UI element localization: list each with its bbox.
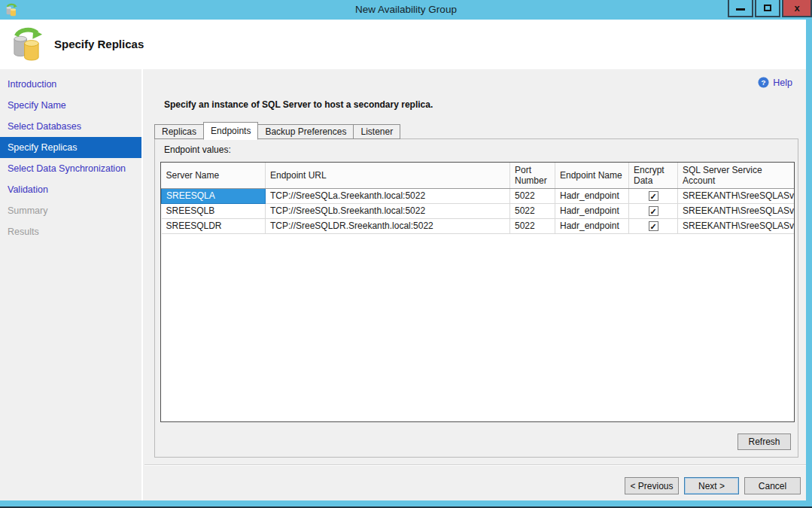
cell-endpoint-name[interactable]: Hadr_endpoint [555, 218, 629, 233]
grid-header-row: Server Name Endpoint URL Port Number End… [162, 163, 795, 188]
cell-encrypt-data: ✓ [629, 188, 678, 203]
cell-endpoint-url[interactable]: TCP://SreeSQLa.Sreekanth.local:5022 [266, 188, 510, 203]
sidebar-item-results: Results [0, 221, 141, 242]
wizard-page-content: ? Help Specify an instance of SQL Server… [144, 69, 806, 500]
help-icon: ? [758, 77, 769, 88]
help-link[interactable]: ? Help [758, 77, 792, 88]
close-icon: x [794, 2, 799, 14]
cell-service-account[interactable]: SREEKANTH\SreeSQLASvc [678, 188, 795, 203]
cell-service-account[interactable]: SREEKANTH\SreeSQLASvc [678, 218, 795, 233]
encrypt-data-checkbox[interactable]: ✓ [649, 191, 658, 201]
tab-listener[interactable]: Listener [353, 124, 400, 139]
cell-endpoint-name[interactable]: Hadr_endpoint [555, 188, 629, 203]
table-row[interactable]: SREESQLA TCP://SreeSQLa.Sreekanth.local:… [162, 188, 795, 203]
cell-server-name[interactable]: SREESQLDR [162, 218, 266, 233]
cancel-button[interactable]: Cancel [744, 477, 801, 494]
endpoints-tab-panel: Endpoint values: Server Name Endpoint UR… [154, 138, 798, 458]
window-body: Specify Replicas Introduction Specify Na… [0, 20, 806, 500]
column-header-endpoint-url: Endpoint URL [266, 163, 510, 188]
column-header-endpoint-name: Endpoint Name [555, 163, 629, 188]
cell-port-number[interactable]: 5022 [510, 188, 555, 203]
page-title: Specify Replicas [54, 20, 144, 69]
tab-replicas[interactable]: Replicas [154, 124, 204, 139]
column-header-encrypt-data: Encrypt Data [629, 163, 678, 188]
maximize-icon [764, 5, 771, 11]
endpoints-grid: Server Name Endpoint URL Port Number End… [160, 162, 795, 422]
encrypt-data-checkbox[interactable]: ✓ [649, 221, 658, 231]
sidebar-item-specify-replicas[interactable]: Specify Replicas [0, 137, 141, 158]
wizard-steps-sidebar: Introduction Specify Name Select Databas… [0, 69, 143, 500]
minimize-icon [736, 8, 745, 11]
svg-text:?: ? [762, 78, 766, 87]
column-header-server-name: Server Name [162, 163, 266, 188]
column-header-port-number: Port Number [510, 163, 555, 188]
sidebar-item-introduction[interactable]: Introduction [0, 74, 141, 95]
cell-server-name[interactable]: SREESQLA [162, 188, 266, 203]
maximize-button[interactable] [755, 0, 780, 17]
sidebar-item-validation[interactable]: Validation [0, 179, 141, 200]
sidebar-item-specify-name[interactable]: Specify Name [0, 95, 141, 116]
replicas-database-icon [9, 26, 44, 65]
sidebar-item-select-data-synchronization[interactable]: Select Data Synchronization [0, 158, 141, 179]
column-header-service-account: SQL Server Service Account [678, 163, 795, 188]
cell-server-name[interactable]: SREESQLB [162, 203, 266, 218]
cell-endpoint-url[interactable]: TCP://SreeSQLDR.Sreekanth.local:5022 [266, 218, 510, 233]
previous-button[interactable]: < Previous [625, 477, 679, 494]
tab-endpoints[interactable]: Endpoints [203, 122, 258, 140]
sidebar-item-select-databases[interactable]: Select Databases [0, 116, 141, 137]
encrypt-data-checkbox[interactable]: ✓ [649, 206, 658, 216]
footer-divider [144, 464, 806, 466]
titlebar[interactable]: New Availability Group x [0, 0, 812, 20]
endpoint-values-label: Endpoint values: [164, 144, 231, 155]
new-availability-group-window: New Availability Group x [0, 0, 812, 508]
cell-port-number[interactable]: 5022 [510, 203, 555, 218]
window-controls: x [726, 0, 812, 17]
help-label: Help [773, 78, 792, 88]
close-button[interactable]: x [782, 0, 812, 17]
sidebar-item-summary: Summary [0, 200, 141, 221]
tab-backup-preferences[interactable]: Backup Preferences [257, 124, 354, 139]
instruction-text: Specify an instance of SQL Server to hos… [164, 99, 433, 110]
table-row[interactable]: SREESQLB TCP://SreeSQLb.Sreekanth.local:… [162, 203, 795, 218]
minimize-button[interactable] [728, 0, 753, 17]
cell-encrypt-data: ✓ [629, 203, 678, 218]
cell-port-number[interactable]: 5022 [510, 218, 555, 233]
tab-strip: Replicas Endpoints Backup Preferences Li… [154, 121, 400, 139]
table-row[interactable]: SREESQLDR TCP://SreeSQLDR.Sreekanth.loca… [162, 218, 795, 233]
refresh-button[interactable]: Refresh [737, 433, 791, 450]
cell-endpoint-url[interactable]: TCP://SreeSQLb.Sreekanth.local:5022 [266, 203, 510, 218]
wizard-header: Specify Replicas [0, 20, 806, 69]
next-button[interactable]: Next > [684, 477, 739, 494]
cell-endpoint-name[interactable]: Hadr_endpoint [555, 203, 629, 218]
window-title: New Availability Group [0, 0, 812, 20]
cell-service-account[interactable]: SREEKANTH\SreeSQLASvc [678, 203, 795, 218]
cell-encrypt-data: ✓ [629, 218, 678, 233]
